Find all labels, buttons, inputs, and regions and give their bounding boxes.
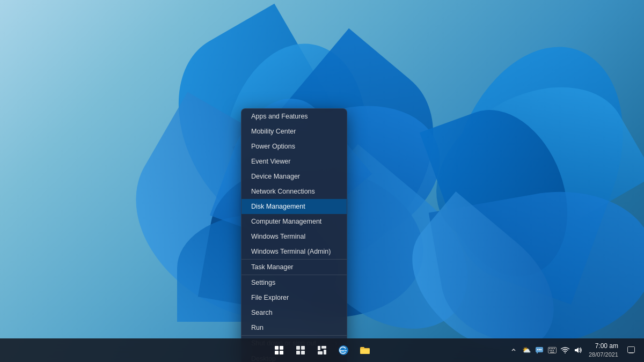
svg-rect-22 — [628, 346, 635, 352]
petal — [387, 191, 579, 362]
notification-icon — [627, 346, 635, 354]
petal — [420, 23, 644, 304]
menu-item-mobility-center[interactable]: Mobility Center — [241, 124, 347, 139]
menu-item-label: File Explorer — [251, 294, 289, 301]
menu-item-event-viewer[interactable]: Event Viewer — [241, 154, 347, 169]
svg-point-12 — [540, 349, 541, 350]
menu-item-disk-management[interactable]: Disk Management — [241, 199, 347, 214]
clock[interactable]: 7:00 am 28/07/2021 — [587, 341, 620, 359]
svg-rect-7 — [324, 350, 326, 354]
svg-rect-16 — [552, 348, 553, 349]
time-display: 7:00 am — [589, 342, 618, 351]
svg-rect-1 — [301, 346, 305, 350]
taskbar-center — [269, 341, 375, 360]
svg-rect-3 — [301, 351, 305, 354]
task-view-button[interactable] — [291, 341, 310, 360]
petal — [420, 92, 589, 294]
chevron-icon[interactable] — [508, 345, 519, 356]
task-view-icon — [296, 345, 305, 355]
menu-item-apps-features[interactable]: Apps and Features — [241, 109, 347, 124]
menu-item-computer-management[interactable]: Computer Management — [241, 214, 347, 229]
context-menu: Apps and FeaturesMobility CenterPower Op… — [241, 108, 347, 362]
widgets-icon — [317, 345, 327, 355]
svg-rect-20 — [553, 350, 554, 351]
menu-item-label: Network Connections — [251, 188, 315, 195]
file-explorer-button[interactable] — [355, 341, 375, 360]
notification-button[interactable] — [624, 343, 639, 358]
start-button[interactable] — [269, 341, 289, 360]
edge-icon — [338, 345, 349, 356]
svg-rect-2 — [296, 351, 300, 354]
edge-button[interactable] — [334, 341, 353, 360]
menu-item-label: Computer Management — [251, 218, 321, 225]
svg-rect-17 — [554, 348, 555, 349]
menu-item-network-connections[interactable]: Network Connections — [241, 184, 347, 199]
svg-rect-6 — [318, 351, 323, 354]
menu-item-label: Windows Terminal — [251, 233, 305, 240]
svg-rect-15 — [551, 348, 552, 349]
taskbar: ⛅ — [0, 338, 644, 362]
wifi-icon[interactable] — [560, 345, 570, 356]
menu-item-search[interactable]: Search — [241, 305, 347, 320]
menu-item-label: Disk Management — [251, 203, 305, 210]
system-tray: ⛅ — [508, 345, 583, 356]
menu-item-file-explorer[interactable]: File Explorer — [241, 290, 347, 305]
desktop: Apps and FeaturesMobility CenterPower Op… — [0, 0, 644, 362]
svg-rect-21 — [550, 352, 554, 353]
petal — [408, 55, 644, 277]
svg-rect-5 — [321, 346, 326, 349]
widgets-button[interactable] — [312, 341, 332, 360]
date-display: 28/07/2021 — [589, 351, 618, 358]
svg-rect-4 — [318, 346, 320, 350]
weather-icon[interactable]: ⛅ — [521, 345, 532, 356]
petal — [429, 175, 644, 360]
menu-item-windows-terminal-admin[interactable]: Windows Terminal (Admin) — [241, 244, 347, 259]
menu-item-label: Event Viewer — [251, 158, 290, 165]
windows-logo-icon — [275, 346, 283, 354]
menu-item-label: Settings — [251, 279, 275, 286]
file-explorer-icon — [360, 345, 370, 355]
menu-item-device-manager[interactable]: Device Manager — [241, 169, 347, 184]
menu-item-power-options[interactable]: Power Options — [241, 139, 347, 154]
menu-item-label: Task Manager — [251, 263, 294, 271]
svg-point-11 — [539, 349, 540, 350]
svg-rect-0 — [296, 346, 300, 350]
svg-rect-18 — [550, 350, 551, 351]
menu-item-label: Run — [251, 324, 264, 331]
menu-item-settings[interactable]: Settings — [241, 275, 347, 290]
svg-point-10 — [537, 349, 538, 350]
menu-item-label: Power Options — [251, 143, 295, 150]
menu-item-label: Search — [251, 309, 273, 316]
menu-item-label: Apps and Features — [251, 113, 308, 120]
volume-icon[interactable] — [573, 345, 583, 356]
chat-icon[interactable] — [534, 345, 545, 356]
menu-item-label: Windows Terminal (Admin) — [251, 248, 331, 255]
menu-item-label: Device Manager — [251, 173, 300, 180]
taskbar-right: ⛅ — [508, 341, 644, 359]
svg-rect-14 — [549, 348, 550, 349]
menu-item-run[interactable]: Run — [241, 320, 347, 335]
svg-rect-19 — [551, 350, 552, 351]
menu-item-task-manager[interactable]: Task Manager — [241, 259, 347, 275]
keyboard-icon[interactable] — [547, 345, 558, 356]
menu-item-windows-terminal[interactable]: Windows Terminal — [241, 229, 347, 244]
menu-item-label: Mobility Center — [251, 128, 296, 135]
